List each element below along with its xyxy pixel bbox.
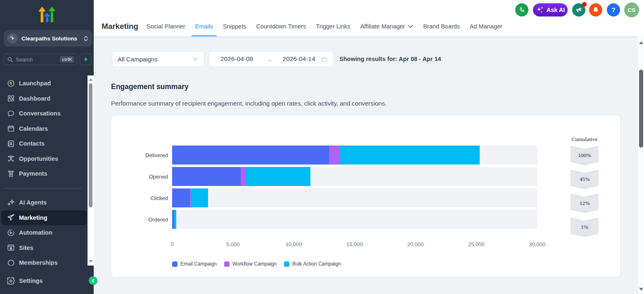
bar-segment-email-campaign[interactable] [172, 167, 241, 186]
bar-segment-bulk-action-campaign[interactable] [340, 146, 480, 165]
bar-segment-workflow-campaign[interactable] [329, 146, 340, 165]
tab-emails[interactable]: Emails [195, 16, 213, 36]
sidebar-item-label: Conversations [19, 110, 61, 117]
main-scroll-down-icon[interactable] [639, 288, 643, 291]
chart-bar-track-delivered [172, 146, 537, 165]
main-content: All Campaigns 2026-04-08 → 2026-04-14 Sh… [94, 36, 637, 294]
sites-icon [7, 244, 15, 252]
tab-label: Trigger Links [316, 23, 350, 30]
sidebar-item-sites[interactable]: Sites [0, 240, 87, 255]
bar-segment-bulk-action-campaign[interactable] [174, 210, 176, 229]
chevron-down-icon [193, 57, 198, 61]
x-axis-tick-label: 20,000 [407, 241, 424, 247]
legend-swatch-icon [284, 261, 289, 267]
sidebar-item-marketing[interactable]: Marketing [1, 210, 87, 225]
cumulative-badge: 1% [571, 217, 599, 237]
tab-label: Brand Boards [423, 23, 460, 30]
sidebar-item-contacts[interactable]: Contacts [0, 136, 87, 151]
ask-ai-label: Ask AI [547, 7, 565, 13]
chart-bar-track-ordered [172, 210, 537, 229]
chevron-up-down-icon [84, 36, 88, 41]
cumulative-badge: 45% [571, 169, 599, 189]
sidebar-item-label: Calendars [19, 125, 48, 132]
tab-affiliate-manager[interactable]: Affiliate Manager [360, 16, 414, 36]
sidebar-scrollbar[interactable] [88, 75, 94, 266]
help-button[interactable]: ? [607, 3, 620, 16]
sidebar-collapse-button[interactable] [89, 276, 97, 285]
main-scroll-thumb[interactable] [639, 70, 643, 148]
sidebar-item-label: Automation [19, 229, 52, 236]
tab-countdown-timers[interactable]: Countdown Timers [256, 16, 306, 36]
sidebar-item-label: Sites [19, 245, 33, 251]
tab-brand-boards[interactable]: Brand Boards [423, 16, 460, 36]
tab-trigger-links[interactable]: Trigger Links [316, 16, 350, 36]
quick-actions-button[interactable] [80, 54, 92, 65]
sidebar-item-label: Opportunities [19, 155, 58, 162]
payments-icon [7, 169, 15, 178]
tab-label: Affiliate Manager [360, 23, 405, 30]
tab-ad-manager[interactable]: Ad Manager [470, 16, 502, 36]
chart-bar-track-clicked [172, 188, 537, 207]
sidebar-item-conversations[interactable]: Conversations [0, 106, 87, 121]
main-scrollbar[interactable] [637, 36, 644, 294]
bar-segment-email-campaign[interactable] [172, 146, 329, 165]
x-axis-tick-label: 5,000 [226, 241, 240, 247]
help-label: ? [611, 6, 615, 14]
legend-label: Bulk Action Campaign [292, 261, 341, 267]
cumulative-header: Cumulative [571, 136, 599, 143]
phone-button[interactable] [515, 3, 528, 16]
bar-segment-bulk-action-campaign[interactable] [191, 188, 208, 207]
agency-switcher[interactable]: Clearpaths Solutions [4, 30, 92, 47]
chart-category-label: Delivered [114, 152, 168, 158]
legend-item-email-campaign[interactable]: Email Campaign [172, 261, 217, 267]
sidebar-scroll-up-icon[interactable] [89, 78, 93, 81]
sidebar-item-launchpad[interactable]: Launchpad [0, 76, 87, 91]
sidebar-item-payments[interactable]: Payments [0, 166, 87, 181]
ai-agents-icon [7, 198, 15, 207]
date-range-picker[interactable]: 2026-04-08 → 2026-04-14 [209, 51, 334, 67]
avatar-initials: CS [627, 7, 635, 13]
dashboard-icon [7, 94, 15, 103]
x-axis-tick-label: 0 [170, 241, 173, 247]
campaign-filter-select[interactable]: All Campaigns [112, 51, 204, 67]
sidebar-item-label: Memberships [19, 259, 57, 266]
sidebar-item-settings[interactable]: Settings [0, 273, 87, 288]
date-end-value[interactable]: 2026-04-14 [282, 55, 315, 63]
sidebar-scroll-thumb[interactable] [89, 83, 92, 207]
bar-segment-workflow-campaign[interactable] [241, 167, 246, 186]
agency-name: Clearpaths Solutions [21, 35, 84, 42]
bar-segment-bulk-action-campaign[interactable] [246, 167, 310, 186]
sidebar-search-input[interactable]: Search ctrlK [4, 54, 77, 65]
sidebar-item-ai-agents[interactable]: AI Agents [0, 195, 87, 210]
user-avatar[interactable]: CS [624, 2, 639, 17]
announcements-button[interactable] [572, 3, 585, 16]
sidebar-item-dashboard[interactable]: Dashboard [0, 91, 87, 106]
section-title: Engagement summary [111, 82, 189, 91]
ask-ai-button[interactable]: Ask AI [533, 3, 568, 16]
tab-snippets[interactable]: Snippets [223, 16, 246, 36]
showing-results-text: Showing results for: Apr 08 - Apr 14 [339, 56, 441, 62]
megaphone-icon [575, 6, 583, 14]
section-description: Performance summary of recipient engagem… [111, 100, 387, 107]
conversations-icon [7, 109, 15, 118]
legend-item-workflow-campaign[interactable]: Workflow Campaign [224, 261, 277, 267]
campaign-filter-value: All Campaigns [118, 56, 193, 63]
sidebar-scroll-down-icon[interactable] [89, 260, 93, 263]
sidebar-item-automation[interactable]: Automation [0, 225, 87, 240]
sidebar-item-calendars[interactable]: Calendars [0, 121, 87, 136]
sidebar-item-opportunities[interactable]: Opportunities [0, 151, 87, 166]
memberships-icon [7, 259, 15, 266]
bell-icon [592, 7, 599, 13]
date-start-value[interactable]: 2026-04-08 [220, 55, 253, 63]
x-axis-tick-label: 25,000 [468, 241, 485, 247]
legend-item-bulk-action-campaign[interactable]: Bulk Action Campaign [284, 261, 341, 267]
sidebar-item-memberships[interactable]: Memberships [0, 255, 87, 266]
notifications-button[interactable] [589, 3, 602, 16]
calendars-icon [7, 125, 15, 133]
main-scroll-up-icon[interactable] [639, 41, 643, 44]
bar-segment-email-campaign[interactable] [172, 188, 190, 207]
opportunities-icon [7, 155, 15, 163]
marketing-icon [7, 214, 15, 222]
tab-label: Emails [195, 23, 213, 30]
tab-social-planner[interactable]: Social Planner [147, 16, 185, 36]
